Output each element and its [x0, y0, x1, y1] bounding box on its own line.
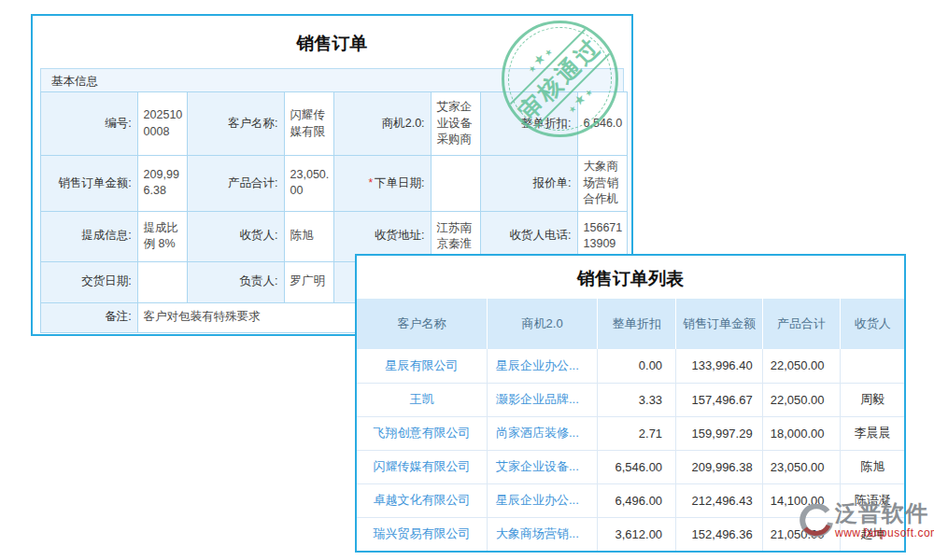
cell: 18,000.00 — [762, 416, 841, 450]
cell: 0.00 — [598, 349, 676, 383]
form-field-label: 商机2.0: — [333, 92, 431, 156]
form-field-value: 陈旭 — [284, 211, 333, 261]
cell: 133,996.40 — [676, 349, 763, 383]
stamp-text: 审核通过 — [512, 31, 609, 128]
cell: 李晨晨 — [841, 416, 904, 450]
required-asterisk: * — [368, 176, 373, 189]
table-row[interactable]: 王凯灏影企业品牌...3.33157,496.6722,050.00周毅 — [357, 383, 904, 416]
vendor-url: www.fanpusoft.com — [835, 526, 934, 539]
column-header-5: 收货人 — [841, 299, 904, 349]
cell: 159,997.29 — [676, 416, 763, 450]
customer-link[interactable]: 王凯 — [357, 383, 487, 416]
table-row[interactable]: 飞翔创意有限公司尚家酒店装修...2.71159,997.2918,000.00… — [357, 416, 904, 450]
form-field-label: 收货人: — [187, 211, 284, 261]
cell: 212,496.43 — [676, 483, 763, 517]
cell: 6,496.00 — [598, 483, 676, 517]
opportunity-link[interactable]: 灏影企业品牌... — [487, 383, 597, 416]
form-field-label: 交货日期: — [41, 261, 138, 302]
form-field-value: 艾家企业设备采购商 — [431, 92, 480, 156]
cell: 3.33 — [598, 383, 676, 416]
column-header-4: 产品合计 — [762, 299, 841, 349]
opportunity-link[interactable]: 尚家酒店装修... — [487, 416, 597, 450]
column-header-1: 商机2.0 — [487, 299, 597, 349]
cell: 157,496.67 — [676, 383, 763, 416]
form-field-label: 报价单: — [480, 156, 577, 212]
table-row[interactable]: 星辰有限公司星辰企业办公...0.00133,996.4022,050.00 — [357, 349, 904, 383]
cell: 陈旭 — [841, 450, 904, 483]
customer-link[interactable]: 瑞兴贸易有限公司 — [357, 517, 487, 551]
table-row[interactable]: 闪耀传媒有限公司艾家企业设备...6,546.00209,996.3823,05… — [357, 450, 904, 483]
customer-link[interactable]: 卓越文化有限公司 — [357, 483, 487, 517]
form-field-value — [431, 156, 480, 212]
opportunity-link[interactable]: 星辰企业办公... — [487, 349, 597, 383]
vendor-name: 泛普软件 — [835, 500, 934, 526]
vendor-watermark: 泛普软件 www.fanpusoft.com — [800, 500, 934, 539]
opportunity-link[interactable]: 星辰企业办公... — [487, 483, 597, 517]
cell: 6,546.00 — [598, 450, 676, 483]
form-field-label: 销售订单金额: — [41, 156, 138, 212]
form-field-label: 产品合计: — [187, 156, 284, 212]
cell: 周毅 — [841, 383, 904, 416]
form-field-value: 闪耀传媒有限 — [284, 92, 333, 156]
form-field-value: 2025100008 — [137, 92, 187, 156]
form-field-value: 23,050.00 — [284, 156, 333, 212]
column-header-3: 销售订单金额 — [676, 299, 763, 349]
cell: 209,996.38 — [676, 450, 763, 483]
list-header-row: 客户名称商机2.0整单折扣销售订单金额产品合计收货人 — [357, 299, 904, 349]
form-field-label: *下单日期: — [333, 156, 431, 212]
form-field-value: 罗广明 — [284, 261, 333, 302]
column-header-0: 客户名称 — [357, 299, 487, 349]
form-field-value: 提成比例 8% — [137, 211, 187, 261]
form-field-label: 编号: — [41, 92, 138, 156]
cell: 152,496.36 — [676, 517, 763, 551]
cell: 2.71 — [598, 416, 676, 450]
cell: 22,050.00 — [762, 349, 841, 383]
cell: 23,050.00 — [762, 450, 841, 483]
opportunity-link[interactable]: 大象商场营销... — [487, 517, 597, 551]
form-field-value: 209,996.38 — [137, 156, 187, 212]
form-field-value: 大象商场营销合作机 — [577, 156, 627, 212]
cell — [841, 349, 904, 383]
form-field-label: 备注: — [41, 302, 138, 332]
form-field-label: 提成信息: — [41, 211, 138, 261]
cell: 3,612.00 — [598, 517, 676, 551]
fanpu-logo-icon — [800, 504, 833, 538]
form-field-value — [137, 261, 187, 302]
list-title: 销售订单列表 — [357, 256, 904, 299]
customer-link[interactable]: 星辰有限公司 — [357, 349, 487, 383]
form-field-label: 负责人: — [187, 261, 284, 302]
form-row: 销售订单金额:209,996.38产品合计:23,050.00*下单日期:报价单… — [41, 156, 628, 212]
form-field-label: 客户名称: — [187, 92, 284, 156]
customer-link[interactable]: 飞翔创意有限公司 — [357, 416, 487, 450]
customer-link[interactable]: 闪耀传媒有限公司 — [357, 450, 487, 483]
approval-stamp: ★★★ 审核通过 ★★★ — [502, 21, 618, 137]
cell: 22,050.00 — [762, 383, 841, 416]
column-header-2: 整单折扣 — [598, 299, 676, 349]
opportunity-link[interactable]: 艾家企业设备... — [487, 450, 597, 483]
